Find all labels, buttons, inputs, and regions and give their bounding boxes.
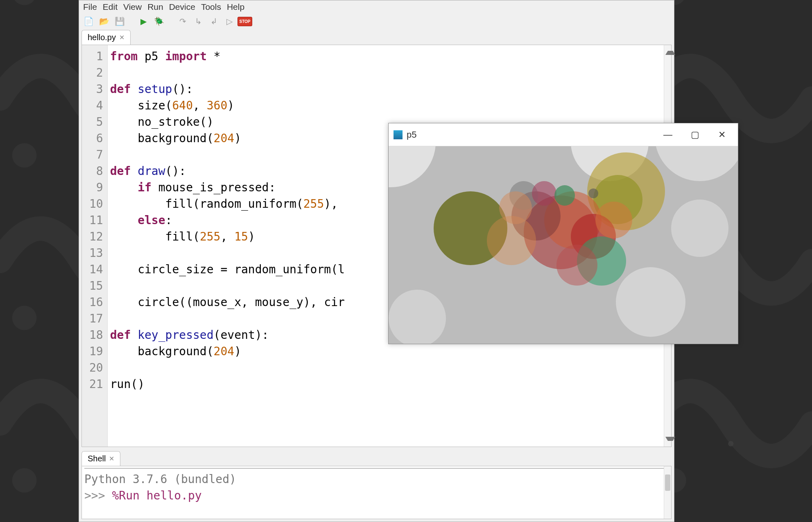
shell-prompt: >>> [84,489,112,502]
close-icon[interactable]: ✕ [109,455,114,463]
p5-circle [532,181,556,206]
shell-scrollbar[interactable] [664,466,671,519]
p5-circle [499,191,532,224]
p5-app-icon [394,130,403,139]
shell-line: >>> %Run hello.py [84,488,669,504]
step-into-icon[interactable]: ↳ [193,16,204,27]
shell-tabs: Shell ✕ [79,451,674,466]
step-out-icon[interactable]: ↲ [208,16,219,27]
p5-circle [671,200,728,257]
menu-help[interactable]: Help [227,2,244,12]
close-icon[interactable]: ✕ [119,34,124,41]
p5-output-window[interactable]: p5 — ▢ ✕ [388,123,738,344]
close-button[interactable]: ✕ [708,127,735,143]
p5-circle [655,146,738,181]
p5-circle [389,146,436,187]
menu-tools[interactable]: Tools [201,2,221,12]
window-controls: — ▢ ✕ [654,127,735,143]
p5-canvas [389,146,738,344]
p5-circle [389,290,446,344]
menu-edit[interactable]: Edit [103,2,118,12]
new-file-icon[interactable]: 📄 [83,16,94,27]
shell-run-cmd: %Run [112,489,146,502]
stop-icon[interactable]: STOP [240,16,250,27]
menu-bar: FileEditViewRunDeviceToolsHelp [79,0,674,14]
toolbar: 📄📂💾▶🪲↷↳↲▷STOP [79,14,674,30]
p5-title: p5 [407,129,416,140]
step-over-icon[interactable]: ↷ [177,16,188,27]
tab-shell[interactable]: Shell ✕ [81,451,120,466]
editor-tabs: hello.py ✕ [79,30,674,45]
scrollbar-thumb[interactable] [665,474,670,491]
tab-hello-py[interactable]: hello.py ✕ [81,30,131,45]
menu-file[interactable]: File [83,2,97,12]
run-icon[interactable]: ▶ [138,16,149,27]
minimize-button[interactable]: — [654,127,681,143]
menu-device[interactable]: Device [169,2,195,12]
p5-circle [554,185,575,206]
shell-pane[interactable]: Python 3.7.6 (bundled) >>> %Run hello.py [81,466,672,519]
p5-circle [556,245,597,286]
menu-run[interactable]: Run [147,2,163,12]
tab-label: Shell [88,454,106,463]
resume-icon[interactable]: ▷ [224,16,235,27]
p5-circle [595,202,632,238]
maximize-button[interactable]: ▢ [681,127,708,143]
save-file-icon[interactable]: 💾 [114,16,125,27]
shell-banner: Python 3.7.6 (bundled) [84,471,669,488]
p5-circle [616,267,685,337]
p5-titlebar[interactable]: p5 — ▢ ✕ [389,123,738,146]
line-gutter: 1 2 3 4 5 6 7 8 9 10 11 12 13 14 15 16 1… [82,45,108,447]
tab-label: hello.py [88,33,116,42]
open-file-icon[interactable]: 📂 [99,16,109,27]
debug-icon[interactable]: 🪲 [154,16,164,27]
menu-view[interactable]: View [123,2,142,12]
shell-run-arg: hello.py [147,489,202,502]
p5-circle [588,188,598,198]
shell-divider [84,468,669,469]
